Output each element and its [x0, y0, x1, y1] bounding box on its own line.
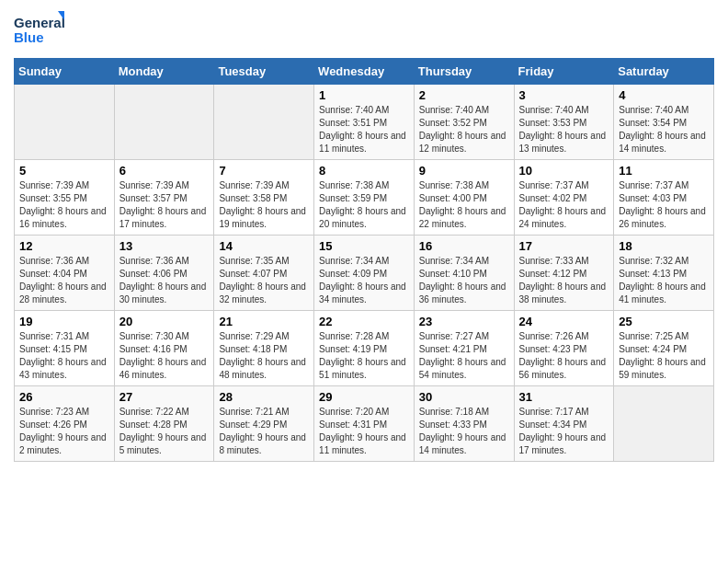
day-number: 19 — [19, 315, 109, 328]
day-info: Sunrise: 7:32 AM Sunset: 4:13 PM Dayligh… — [619, 255, 709, 306]
day-info: Sunrise: 7:36 AM Sunset: 4:04 PM Dayligh… — [19, 255, 109, 306]
page-header: General Blue — [14, 9, 714, 51]
weekday-header-saturday: Saturday — [614, 59, 714, 85]
calendar-cell: 26Sunrise: 7:23 AM Sunset: 4:26 PM Dayli… — [15, 386, 115, 462]
day-number: 31 — [519, 390, 609, 404]
svg-text:General: General — [14, 15, 64, 30]
day-number: 7 — [219, 164, 309, 178]
calendar-cell: 5Sunrise: 7:39 AM Sunset: 3:55 PM Daylig… — [15, 160, 115, 236]
day-number: 30 — [419, 390, 509, 404]
day-number: 25 — [619, 315, 709, 328]
calendar-cell: 9Sunrise: 7:38 AM Sunset: 4:00 PM Daylig… — [414, 160, 514, 236]
calendar-cell: 16Sunrise: 7:34 AM Sunset: 4:10 PM Dayli… — [414, 236, 514, 311]
day-info: Sunrise: 7:40 AM Sunset: 3:51 PM Dayligh… — [319, 104, 409, 155]
weekday-header-wednesday: Wednesday — [314, 59, 415, 85]
day-info: Sunrise: 7:23 AM Sunset: 4:26 PM Dayligh… — [19, 406, 109, 457]
day-number: 20 — [119, 315, 210, 328]
day-number: 28 — [219, 390, 309, 404]
day-info: Sunrise: 7:34 AM Sunset: 4:09 PM Dayligh… — [319, 255, 409, 306]
day-number: 15 — [319, 239, 409, 253]
day-info: Sunrise: 7:18 AM Sunset: 4:33 PM Dayligh… — [419, 406, 509, 457]
day-info: Sunrise: 7:40 AM Sunset: 3:52 PM Dayligh… — [419, 104, 509, 155]
day-number: 18 — [619, 239, 709, 253]
day-info: Sunrise: 7:40 AM Sunset: 3:54 PM Dayligh… — [619, 104, 709, 155]
logo-svg: General Blue — [14, 9, 64, 51]
calendar-week-5: 26Sunrise: 7:23 AM Sunset: 4:26 PM Dayli… — [15, 386, 714, 462]
calendar-week-4: 19Sunrise: 7:31 AM Sunset: 4:15 PM Dayli… — [15, 311, 714, 386]
svg-text:Blue: Blue — [14, 29, 44, 45]
calendar-cell — [614, 386, 714, 462]
day-number: 2 — [419, 88, 509, 102]
calendar-cell: 11Sunrise: 7:37 AM Sunset: 4:03 PM Dayli… — [614, 160, 714, 236]
calendar-cell: 20Sunrise: 7:30 AM Sunset: 4:16 PM Dayli… — [114, 311, 214, 386]
calendar-cell: 19Sunrise: 7:31 AM Sunset: 4:15 PM Dayli… — [15, 311, 115, 386]
day-number: 26 — [19, 390, 109, 404]
day-info: Sunrise: 7:38 AM Sunset: 4:00 PM Dayligh… — [419, 179, 509, 231]
day-number: 22 — [319, 315, 409, 328]
calendar-cell: 17Sunrise: 7:33 AM Sunset: 4:12 PM Dayli… — [514, 236, 614, 311]
day-number: 29 — [319, 390, 409, 404]
calendar-cell: 23Sunrise: 7:27 AM Sunset: 4:21 PM Dayli… — [414, 311, 514, 386]
calendar-cell: 12Sunrise: 7:36 AM Sunset: 4:04 PM Dayli… — [15, 236, 115, 311]
day-info: Sunrise: 7:28 AM Sunset: 4:19 PM Dayligh… — [319, 330, 409, 382]
calendar-cell — [214, 85, 314, 160]
calendar-cell: 27Sunrise: 7:22 AM Sunset: 4:28 PM Dayli… — [114, 386, 214, 462]
calendar-cell: 18Sunrise: 7:32 AM Sunset: 4:13 PM Dayli… — [614, 236, 714, 311]
calendar-cell: 6Sunrise: 7:39 AM Sunset: 3:57 PM Daylig… — [114, 160, 214, 236]
day-number: 5 — [19, 164, 109, 178]
day-info: Sunrise: 7:20 AM Sunset: 4:31 PM Dayligh… — [319, 406, 409, 457]
day-info: Sunrise: 7:37 AM Sunset: 4:02 PM Dayligh… — [519, 179, 609, 231]
calendar-cell: 7Sunrise: 7:39 AM Sunset: 3:58 PM Daylig… — [214, 160, 314, 236]
weekday-header-tuesday: Tuesday — [214, 59, 314, 85]
day-info: Sunrise: 7:36 AM Sunset: 4:06 PM Dayligh… — [119, 255, 210, 306]
calendar-cell: 21Sunrise: 7:29 AM Sunset: 4:18 PM Dayli… — [214, 311, 314, 386]
day-info: Sunrise: 7:17 AM Sunset: 4:34 PM Dayligh… — [519, 406, 609, 457]
calendar-cell: 25Sunrise: 7:25 AM Sunset: 4:24 PM Dayli… — [614, 311, 714, 386]
weekday-header-thursday: Thursday — [414, 59, 514, 85]
calendar-cell — [114, 85, 214, 160]
day-number: 16 — [419, 239, 509, 253]
day-number: 21 — [219, 315, 309, 328]
calendar-cell: 10Sunrise: 7:37 AM Sunset: 4:02 PM Dayli… — [514, 160, 614, 236]
day-number: 23 — [419, 315, 509, 328]
day-number: 1 — [319, 88, 409, 102]
day-info: Sunrise: 7:39 AM Sunset: 3:58 PM Dayligh… — [219, 179, 309, 231]
calendar-cell: 3Sunrise: 7:40 AM Sunset: 3:53 PM Daylig… — [514, 85, 614, 160]
calendar-cell: 4Sunrise: 7:40 AM Sunset: 3:54 PM Daylig… — [614, 85, 714, 160]
calendar-cell: 22Sunrise: 7:28 AM Sunset: 4:19 PM Dayli… — [314, 311, 415, 386]
day-number: 17 — [519, 239, 609, 253]
day-info: Sunrise: 7:33 AM Sunset: 4:12 PM Dayligh… — [519, 255, 609, 306]
weekday-header-sunday: Sunday — [15, 59, 115, 85]
day-info: Sunrise: 7:39 AM Sunset: 3:55 PM Dayligh… — [19, 179, 109, 231]
calendar-cell — [15, 85, 115, 160]
calendar-cell: 15Sunrise: 7:34 AM Sunset: 4:09 PM Dayli… — [314, 236, 415, 311]
calendar-cell: 31Sunrise: 7:17 AM Sunset: 4:34 PM Dayli… — [514, 386, 614, 462]
day-info: Sunrise: 7:22 AM Sunset: 4:28 PM Dayligh… — [119, 406, 210, 457]
day-number: 10 — [519, 164, 609, 178]
day-info: Sunrise: 7:27 AM Sunset: 4:21 PM Dayligh… — [419, 330, 509, 382]
day-number: 8 — [319, 164, 409, 178]
calendar-cell: 8Sunrise: 7:38 AM Sunset: 3:59 PM Daylig… — [314, 160, 415, 236]
weekday-header-monday: Monday — [114, 59, 214, 85]
calendar-cell: 14Sunrise: 7:35 AM Sunset: 4:07 PM Dayli… — [214, 236, 314, 311]
day-info: Sunrise: 7:37 AM Sunset: 4:03 PM Dayligh… — [619, 179, 709, 231]
calendar-cell: 30Sunrise: 7:18 AM Sunset: 4:33 PM Dayli… — [414, 386, 514, 462]
calendar-table: SundayMondayTuesdayWednesdayThursdayFrid… — [14, 58, 714, 462]
calendar-cell: 28Sunrise: 7:21 AM Sunset: 4:29 PM Dayli… — [214, 386, 314, 462]
day-info: Sunrise: 7:29 AM Sunset: 4:18 PM Dayligh… — [219, 330, 309, 382]
logo: General Blue — [14, 9, 64, 51]
day-info: Sunrise: 7:21 AM Sunset: 4:29 PM Dayligh… — [219, 406, 309, 457]
day-number: 3 — [519, 88, 609, 102]
day-number: 12 — [19, 239, 109, 253]
day-info: Sunrise: 7:35 AM Sunset: 4:07 PM Dayligh… — [219, 255, 309, 306]
calendar-week-2: 5Sunrise: 7:39 AM Sunset: 3:55 PM Daylig… — [15, 160, 714, 236]
calendar-cell: 24Sunrise: 7:26 AM Sunset: 4:23 PM Dayli… — [514, 311, 614, 386]
day-number: 13 — [119, 239, 210, 253]
day-number: 14 — [219, 239, 309, 253]
day-number: 11 — [619, 164, 709, 178]
day-number: 4 — [619, 88, 709, 102]
day-info: Sunrise: 7:39 AM Sunset: 3:57 PM Dayligh… — [119, 179, 210, 231]
calendar-cell: 13Sunrise: 7:36 AM Sunset: 4:06 PM Dayli… — [114, 236, 214, 311]
day-info: Sunrise: 7:40 AM Sunset: 3:53 PM Dayligh… — [519, 104, 609, 155]
day-number: 9 — [419, 164, 509, 178]
